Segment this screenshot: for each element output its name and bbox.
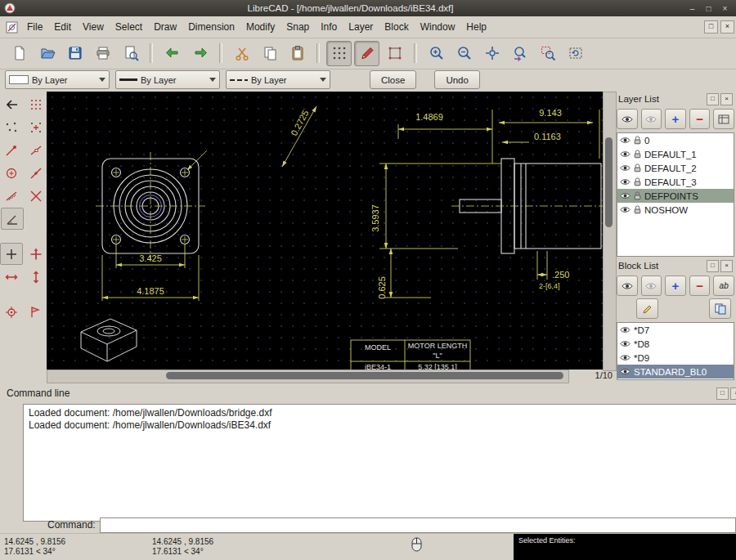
menu-draw[interactable]: Draw — [148, 18, 182, 36]
layer-row-selected[interactable]: DEFPOINTS — [617, 189, 734, 203]
menu-file[interactable]: File — [21, 18, 48, 36]
block-row[interactable]: *D8 — [617, 337, 734, 351]
zoom-in-button[interactable] — [424, 41, 449, 66]
snap-on-entity-tool[interactable] — [25, 139, 47, 161]
pen-color-select[interactable]: By Layer — [5, 70, 110, 89]
pen-width-select[interactable]: By Layer — [115, 70, 220, 89]
child-restore-button[interactable]: □ — [704, 20, 718, 34]
restrict-vertical-tool[interactable] — [25, 266, 47, 288]
layer-lock-icon[interactable] — [634, 177, 641, 186]
command-panel-float-button[interactable]: □ — [716, 388, 729, 400]
restrict-horizontal-tool[interactable] — [0, 266, 23, 288]
zoom-redraw-button[interactable] — [563, 41, 588, 66]
remove-layer-button[interactable]: − — [689, 109, 711, 129]
menu-dimension[interactable]: Dimension — [182, 18, 240, 36]
layer-lock-icon[interactable] — [634, 191, 641, 200]
zoom-auto-button[interactable] — [479, 41, 505, 66]
insert-block-button[interactable] — [709, 298, 731, 319]
layer-row[interactable]: NOSHOW — [617, 203, 734, 217]
layer-panel-close-button[interactable]: × — [720, 93, 733, 105]
block-row[interactable]: *D7 — [617, 323, 734, 337]
lock-relative-zero-tool[interactable] — [0, 301, 23, 323]
set-relative-zero-tool[interactable] — [25, 301, 47, 323]
layer-row[interactable]: DEFAULT_3 — [617, 175, 734, 189]
zoom-window-button[interactable] — [535, 41, 560, 66]
block-panel-close-button[interactable]: × — [720, 260, 733, 272]
grid-toggle-button[interactable] — [326, 41, 352, 66]
draft-mode-button[interactable] — [354, 41, 379, 66]
print-button[interactable] — [90, 41, 115, 66]
command-log[interactable]: Loaded document: /home/jlwallen/Download… — [23, 404, 736, 522]
back-arrow-tool[interactable] — [0, 93, 23, 115]
child-close-button[interactable]: × — [720, 20, 734, 34]
command-panel-close-button[interactable]: × — [730, 388, 736, 400]
vertical-scrollbar-thumb[interactable] — [605, 137, 613, 227]
copy-button[interactable] — [257, 41, 282, 66]
paste-button[interactable] — [285, 41, 310, 66]
menu-info[interactable]: Info — [315, 18, 343, 36]
snap-points-tool[interactable] — [25, 116, 47, 138]
remove-block-button[interactable]: − — [689, 276, 711, 296]
restrict-nothing-tool[interactable] — [0, 243, 23, 265]
show-all-blocks-button[interactable] — [617, 276, 638, 296]
rename-block-button[interactable]: ab — [713, 276, 734, 296]
save-file-button[interactable] — [62, 41, 88, 66]
edit-block-button[interactable] — [636, 298, 658, 319]
restrict-orthogonal-tool[interactable] — [25, 243, 47, 265]
layer-visibility-icon[interactable] — [620, 164, 631, 172]
show-all-layers-button[interactable] — [617, 109, 638, 129]
snap-distance-tool[interactable] — [0, 185, 23, 207]
horizontal-scrollbar-thumb[interactable] — [166, 372, 563, 379]
add-layer-button[interactable]: + — [665, 109, 686, 129]
hide-all-layers-button[interactable] — [641, 109, 662, 129]
zoom-out-button[interactable] — [451, 41, 477, 66]
block-row-selected[interactable]: STANDARD_BL0 — [617, 365, 734, 379]
add-block-button[interactable]: + — [665, 276, 686, 296]
zoom-previous-button[interactable] — [507, 41, 532, 66]
cut-button[interactable] — [229, 41, 254, 66]
new-document-button[interactable] — [7, 41, 32, 66]
menu-layer[interactable]: Layer — [343, 18, 379, 36]
menu-edit[interactable]: Edit — [48, 18, 77, 36]
command-input[interactable] — [100, 517, 736, 533]
redo-button[interactable] — [187, 41, 213, 66]
pen-linetype-select[interactable]: By Layer — [226, 70, 330, 89]
menu-modify[interactable]: Modify — [240, 18, 280, 36]
snap-endpoint-tool[interactable] — [0, 139, 23, 161]
undo-button[interactable] — [159, 41, 185, 66]
layer-lock-icon[interactable] — [634, 136, 641, 145]
layer-lock-icon[interactable] — [634, 164, 641, 172]
layer-visibility-icon[interactable] — [620, 192, 631, 199]
layer-panel-float-button[interactable]: □ — [707, 93, 719, 105]
block-row[interactable]: *D9 — [617, 351, 734, 365]
drawing-canvas[interactable]: 3.425 4.1875 0.2725 1.4869 9.143 0.1163 … — [47, 92, 603, 370]
modify-layer-button[interactable] — [713, 109, 734, 129]
block-visibility-icon[interactable] — [620, 326, 631, 334]
close-action-button[interactable]: Close — [370, 70, 416, 89]
menu-help[interactable]: Help — [460, 18, 492, 36]
snap-intersection-tool[interactable] — [25, 185, 47, 207]
hide-all-blocks-button[interactable] — [641, 276, 662, 296]
block-visibility-icon[interactable] — [620, 368, 631, 375]
menu-window[interactable]: Window — [415, 18, 461, 36]
print-preview-button[interactable] — [118, 41, 143, 66]
snap-grid-tool[interactable] — [25, 93, 47, 115]
menu-select[interactable]: Select — [110, 18, 148, 36]
layer-row[interactable]: DEFAULT_2 — [617, 161, 734, 175]
layer-visibility-icon[interactable] — [620, 150, 631, 158]
menu-snap[interactable]: Snap — [280, 18, 315, 36]
horizontal-scrollbar[interactable] — [47, 370, 569, 383]
snap-free-tool[interactable] — [0, 116, 23, 138]
block-visibility-icon[interactable] — [620, 340, 631, 347]
snap-middle-tool[interactable] — [25, 162, 47, 184]
layer-visibility-icon[interactable] — [620, 137, 631, 144]
snap-angle-tool[interactable] — [1, 208, 24, 230]
menu-view[interactable]: View — [77, 18, 110, 36]
layer-lock-icon[interactable] — [634, 150, 641, 159]
block-visibility-icon[interactable] — [620, 354, 631, 361]
ortho-grid-button[interactable] — [382, 41, 407, 66]
maximize-button[interactable]: □ — [702, 2, 716, 15]
close-button[interactable]: × — [718, 2, 732, 15]
layer-visibility-icon[interactable] — [620, 206, 631, 213]
open-file-button[interactable] — [34, 41, 60, 66]
